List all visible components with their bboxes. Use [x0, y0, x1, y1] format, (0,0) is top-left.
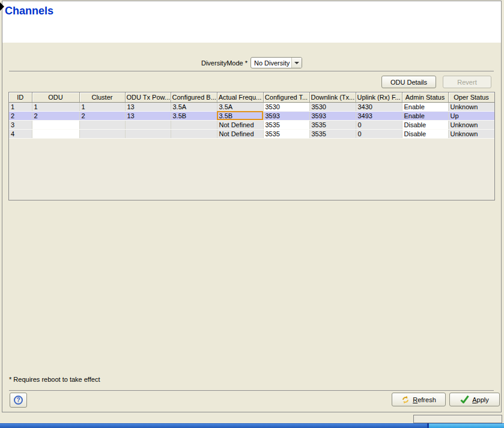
diversity-mode-value: No Diversity [251, 59, 291, 67]
table-cell[interactable]: 3535 [309, 129, 356, 138]
table-cell[interactable]: 3535 [263, 120, 309, 129]
table-cell[interactable] [171, 129, 217, 138]
taskbar-strip[interactable] [0, 423, 504, 428]
refresh-button[interactable]: Refresh [392, 393, 446, 406]
table-cell[interactable] [171, 120, 217, 129]
table-cell[interactable]: 3535 [309, 120, 356, 129]
divider-top [9, 71, 494, 71]
table-cell[interactable]: Disable [402, 129, 448, 138]
checkmark-icon [460, 396, 469, 403]
table-cell[interactable] [79, 120, 125, 129]
table-cell[interactable]: Unknown [448, 102, 494, 111]
table-cell[interactable]: 0 [356, 129, 402, 138]
column-header-odu[interactable]: ODU [32, 92, 79, 102]
table-cell[interactable]: 3530 [263, 102, 309, 111]
column-header-id[interactable]: ID [9, 92, 32, 102]
table-cell[interactable]: Not Defined [217, 120, 263, 129]
table-cell[interactable]: 3 [9, 120, 32, 129]
table-cell[interactable]: Unknown [448, 129, 494, 138]
table-cell[interactable] [32, 129, 79, 138]
table-cell[interactable]: 3.5B [217, 111, 263, 120]
table-row[interactable]: 222133.5B3.5B359335933493EnableUp [9, 111, 494, 120]
table-cell[interactable]: 3593 [309, 111, 356, 120]
table-row[interactable]: 3Not Defined353535350DisableUnknown [9, 120, 494, 129]
revert-button: Revert [443, 76, 491, 88]
channels-table: ID ODU Cluster ODU Tx Pow... Configured … [8, 92, 495, 200]
table-cell[interactable]: 1 [9, 102, 32, 111]
diversity-mode-label: DiversityMode * [201, 59, 247, 67]
apply-button-label: Apply [472, 396, 489, 403]
chevron-down-icon[interactable] [291, 58, 302, 68]
table-cell[interactable]: 13 [125, 102, 171, 111]
apply-button[interactable]: Apply [449, 393, 500, 406]
column-header-configured-t[interactable]: Configured T... [263, 92, 309, 102]
refresh-icon [401, 396, 410, 404]
table-cell[interactable]: 1 [32, 102, 79, 111]
table-cell[interactable]: 3.5A [217, 102, 263, 111]
table-cell[interactable]: 3493 [356, 111, 402, 120]
divider-bottom [9, 390, 494, 391]
diversity-mode-select[interactable]: No Diversity [250, 57, 302, 68]
screen: Channels DiversityMode * No Diversity OD… [0, 0, 504, 428]
table-cell[interactable]: 1 [79, 102, 125, 111]
taskbar-left-segment[interactable] [0, 423, 427, 428]
column-header-cluster[interactable]: Cluster [79, 92, 125, 102]
table-cell[interactable]: Disable [402, 120, 448, 129]
column-header-uplink-rx[interactable]: Uplink (Rx) F... [356, 92, 402, 102]
table-cell[interactable]: Up [448, 111, 494, 120]
table-cell[interactable]: 3530 [309, 102, 356, 111]
table-cell[interactable]: 13 [125, 111, 171, 120]
taskbar-right-segment[interactable] [429, 423, 504, 428]
channels-table-body: 111133.5A3.5A353035303430EnableUnknown22… [9, 102, 494, 138]
table-cell[interactable]: 0 [356, 120, 402, 129]
column-header-configured-b[interactable]: Configured B... [171, 92, 217, 102]
table-cell[interactable]: 3535 [263, 129, 309, 138]
help-icon: ? [14, 396, 23, 405]
table-cell[interactable] [125, 129, 171, 138]
table-cell[interactable]: 2 [32, 111, 79, 120]
table-cell[interactable]: 3.5A [171, 102, 217, 111]
reboot-footnote: * Requires reboot to take effect [9, 376, 100, 383]
table-cell[interactable]: 3430 [356, 102, 402, 111]
table-cell[interactable]: Not Defined [217, 129, 263, 138]
table-cell[interactable] [79, 129, 125, 138]
column-header-odu-tx-power[interactable]: ODU Tx Pow... [125, 92, 171, 102]
edge-arrow-icon [0, 2, 4, 11]
refresh-button-label: Refresh [413, 396, 436, 403]
table-cell[interactable]: 2 [9, 111, 32, 120]
table-cell[interactable]: 2 [79, 111, 125, 120]
column-header-admin-status[interactable]: Admin Status [402, 92, 448, 102]
table-cell[interactable]: Enable [402, 102, 448, 111]
table-row[interactable]: 111133.5A3.5A353035303430EnableUnknown [9, 102, 494, 111]
table-row[interactable]: 4Not Defined353535350DisableUnknown [9, 129, 494, 138]
table-cell[interactable]: 3.5B [171, 111, 217, 120]
table-cell[interactable]: 4 [9, 129, 32, 138]
column-header-downlink-tx[interactable]: Downlink (Tx... [309, 92, 356, 102]
status-progress-box [413, 415, 502, 423]
table-cell[interactable]: 3593 [263, 111, 309, 120]
page-title: Channels [5, 5, 53, 17]
table-header-row: ID ODU Cluster ODU Tx Pow... Configured … [9, 92, 494, 102]
column-header-oper-status[interactable]: Oper Status [448, 92, 494, 102]
table-cell[interactable] [32, 120, 79, 129]
table-cell[interactable] [125, 120, 171, 129]
odu-details-button[interactable]: ODU Details [381, 76, 436, 88]
table-cell[interactable]: Enable [402, 111, 448, 120]
table-cell[interactable]: Unknown [448, 120, 494, 129]
help-button[interactable]: ? [10, 393, 27, 408]
column-header-actual-freq[interactable]: Actual Frequ... [217, 92, 263, 102]
